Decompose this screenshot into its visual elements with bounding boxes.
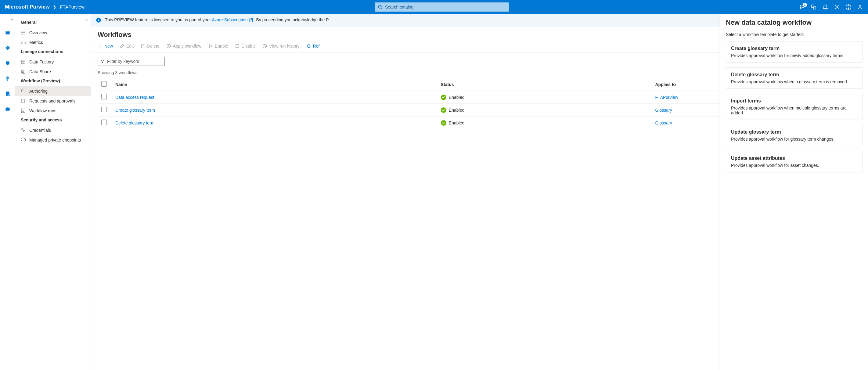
brand-name[interactable]: Microsoft Purview — [5, 4, 50, 10]
nav-item-workflow-runs[interactable]: Workflow runs — [15, 106, 91, 116]
svg-point-13 — [6, 76, 9, 79]
nav-label: Metrics — [29, 40, 43, 45]
search-catalog-box[interactable] — [375, 2, 509, 11]
enable-button[interactable]: Enable — [208, 43, 228, 49]
panel-title: New data catalog workflow — [726, 19, 863, 27]
svg-marker-52 — [209, 44, 212, 48]
view-run-history-button[interactable]: View run history — [262, 43, 299, 49]
nav-label: Overview — [29, 30, 47, 35]
svg-marker-55 — [101, 60, 104, 63]
language-icon[interactable] — [811, 4, 817, 10]
gear-icon[interactable] — [834, 4, 840, 10]
svg-rect-3 — [813, 7, 816, 9]
rail-data-estate-icon[interactable] — [3, 59, 12, 67]
svg-rect-17 — [5, 108, 9, 111]
filter-input[interactable] — [107, 59, 162, 64]
rail-management-icon[interactable] — [3, 104, 12, 113]
external-link-icon — [248, 18, 254, 23]
col-name[interactable]: Name — [112, 78, 437, 91]
nav-group-security: Security and access — [15, 116, 91, 125]
svg-point-42 — [98, 19, 99, 19]
svg-point-39 — [23, 130, 25, 132]
nav-item-data-factory[interactable]: Data Factory — [15, 57, 91, 67]
nav-item-requests-approvals[interactable]: Requests and approvals — [15, 96, 91, 106]
nav-label: Managed private endpoints — [29, 137, 81, 143]
nav-item-overview[interactable]: Overview — [15, 28, 91, 37]
rail-insights-icon[interactable] — [3, 74, 12, 83]
rail-policy-icon[interactable] — [3, 89, 12, 98]
select-all-checkbox[interactable] — [101, 81, 107, 87]
template-desc: Provides approval workflow when a glossa… — [731, 79, 857, 84]
check-circle-icon — [441, 120, 446, 126]
nav-item-credentials[interactable]: Credentials — [15, 125, 91, 135]
nav-label: Workflow runs — [29, 108, 56, 113]
row-checkbox[interactable] — [101, 94, 107, 99]
chevron-right-icon: ❯ — [53, 5, 56, 9]
collapse-sidenav-icon[interactable]: « — [86, 18, 88, 22]
brand-breadcrumb: Microsoft Purview ❯ FTAPurview — [5, 4, 85, 10]
template-desc: Provides approval workflow when multiple… — [731, 105, 857, 115]
info-icon — [96, 18, 101, 23]
workflow-name-link[interactable]: Delete glossary term — [115, 121, 154, 125]
bell-icon[interactable] — [822, 4, 828, 10]
refresh-button[interactable]: Ref — [306, 43, 320, 49]
template-title: Create glossary term — [731, 46, 857, 51]
status-cell: Enabled — [441, 120, 648, 126]
check-circle-icon — [441, 95, 446, 100]
row-checkbox[interactable] — [101, 107, 107, 112]
side-nav: « General Overview Metrics Lineage conne… — [15, 14, 91, 370]
rail-data-map-icon[interactable] — [3, 43, 12, 52]
banner-text: This PREVIEW feature is licensed to you … — [105, 18, 329, 23]
search-input[interactable] — [385, 5, 506, 9]
template-card-delete-glossary[interactable]: Delete glossary term Provides approval w… — [726, 67, 863, 89]
delete-button[interactable]: Delete — [141, 43, 159, 49]
help-icon[interactable] — [845, 4, 851, 10]
filter-keyword-box[interactable] — [98, 57, 165, 66]
col-status[interactable]: Status — [437, 78, 652, 91]
svg-rect-53 — [236, 44, 239, 48]
svg-rect-2 — [811, 5, 814, 7]
applies-to-link[interactable]: Glossary — [655, 108, 672, 113]
template-card-update-asset[interactable]: Update asset attributes Provides approva… — [726, 151, 863, 172]
status-cell: Enabled — [441, 95, 648, 100]
nav-label: Requests and approvals — [29, 98, 75, 103]
top-center — [85, 2, 799, 11]
new-button[interactable]: New — [98, 43, 113, 49]
template-card-import-terms[interactable]: Import terms Provides approval workflow … — [726, 94, 863, 120]
svg-rect-41 — [98, 20, 99, 21]
applies-to-link[interactable]: Glossary — [655, 121, 672, 125]
svg-rect-18 — [7, 107, 8, 108]
template-card-create-glossary[interactable]: Create glossary term Provides approval w… — [726, 41, 863, 63]
svg-rect-46 — [142, 45, 144, 48]
profile-icon[interactable] — [857, 4, 863, 10]
nav-item-metrics[interactable]: Metrics — [15, 37, 91, 47]
apply-workflow-button[interactable]: Apply workflow — [166, 43, 202, 49]
nav-group-lineage: Lineage connections — [15, 47, 91, 57]
row-checkbox[interactable] — [101, 120, 107, 125]
svg-point-11 — [7, 47, 8, 49]
top-icon-tray: 1 — [799, 4, 863, 10]
disable-button[interactable]: Disable — [235, 43, 256, 49]
filter-icon — [100, 59, 105, 63]
feedback-icon[interactable]: 1 — [799, 4, 805, 10]
svg-point-31 — [21, 89, 25, 93]
expand-rail-icon[interactable]: » — [11, 17, 13, 22]
template-card-update-glossary[interactable]: Update glossary term Provides approval w… — [726, 125, 863, 146]
template-desc: Provides approval workflow for asset cha… — [731, 163, 857, 168]
nav-item-authoring[interactable]: Authoring — [15, 86, 91, 96]
status-cell: Enabled — [441, 107, 648, 113]
edit-button[interactable]: Edit — [120, 43, 134, 49]
applies-to-link[interactable]: FTAPurview — [655, 95, 678, 100]
template-title: Update glossary term — [731, 129, 857, 135]
nav-label: Credentials — [29, 128, 51, 133]
workflow-name-link[interactable]: Create glossary term — [115, 108, 155, 113]
check-circle-icon — [441, 107, 446, 113]
workflow-name-link[interactable]: Data access request — [115, 95, 154, 100]
account-name[interactable]: FTAPurview — [60, 4, 85, 9]
azure-subscription-link[interactable]: Azure Subscription — [212, 18, 254, 22]
nav-label: Data Share — [29, 69, 51, 74]
nav-item-data-share[interactable]: Data Share — [15, 67, 91, 76]
rail-data-catalog-icon[interactable] — [3, 28, 12, 37]
nav-item-managed-endpoints[interactable]: Managed private endpoints — [15, 135, 91, 145]
template-desc: Provides approval workflow for glossary … — [731, 137, 857, 142]
